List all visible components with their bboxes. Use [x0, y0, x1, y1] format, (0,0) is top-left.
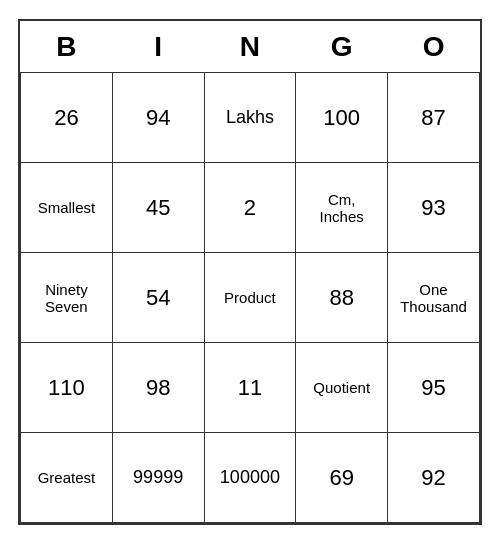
header-row: BINGO — [21, 21, 480, 73]
bingo-cell-4-2: 100000 — [204, 433, 296, 523]
bingo-cell-0-0: 26 — [21, 73, 113, 163]
bingo-cell-0-1: 94 — [112, 73, 204, 163]
bingo-table: BINGO 2694Lakhs10087Smallest452Cm,Inches… — [20, 21, 480, 524]
bingo-cell-3-1: 98 — [112, 343, 204, 433]
bingo-cell-4-4: 92 — [388, 433, 480, 523]
bingo-cell-1-2: 2 — [204, 163, 296, 253]
bingo-cell-3-2: 11 — [204, 343, 296, 433]
bingo-row-4: Greatest999991000006992 — [21, 433, 480, 523]
bingo-row-1: Smallest452Cm,Inches93 — [21, 163, 480, 253]
bingo-cell-4-3: 69 — [296, 433, 388, 523]
bingo-cell-4-1: 99999 — [112, 433, 204, 523]
bingo-cell-2-1: 54 — [112, 253, 204, 343]
bingo-cell-0-3: 100 — [296, 73, 388, 163]
header-col-g: G — [296, 21, 388, 73]
bingo-row-2: NinetySeven54Product88OneThousand — [21, 253, 480, 343]
bingo-row-3: 1109811Quotient95 — [21, 343, 480, 433]
bingo-cell-1-3: Cm,Inches — [296, 163, 388, 253]
bingo-cell-3-3: Quotient — [296, 343, 388, 433]
header-col-o: O — [388, 21, 480, 73]
bingo-cell-1-0: Smallest — [21, 163, 113, 253]
bingo-cell-2-2: Product — [204, 253, 296, 343]
bingo-card: BINGO 2694Lakhs10087Smallest452Cm,Inches… — [18, 19, 482, 526]
header-col-n: N — [204, 21, 296, 73]
bingo-cell-0-2: Lakhs — [204, 73, 296, 163]
bingo-cell-3-0: 110 — [21, 343, 113, 433]
bingo-row-0: 2694Lakhs10087 — [21, 73, 480, 163]
bingo-cell-1-1: 45 — [112, 163, 204, 253]
header-col-b: B — [21, 21, 113, 73]
bingo-cell-1-4: 93 — [388, 163, 480, 253]
bingo-cell-2-0: NinetySeven — [21, 253, 113, 343]
bingo-cell-2-3: 88 — [296, 253, 388, 343]
bingo-cell-0-4: 87 — [388, 73, 480, 163]
header-col-i: I — [112, 21, 204, 73]
bingo-cell-2-4: OneThousand — [388, 253, 480, 343]
bingo-cell-3-4: 95 — [388, 343, 480, 433]
bingo-cell-4-0: Greatest — [21, 433, 113, 523]
